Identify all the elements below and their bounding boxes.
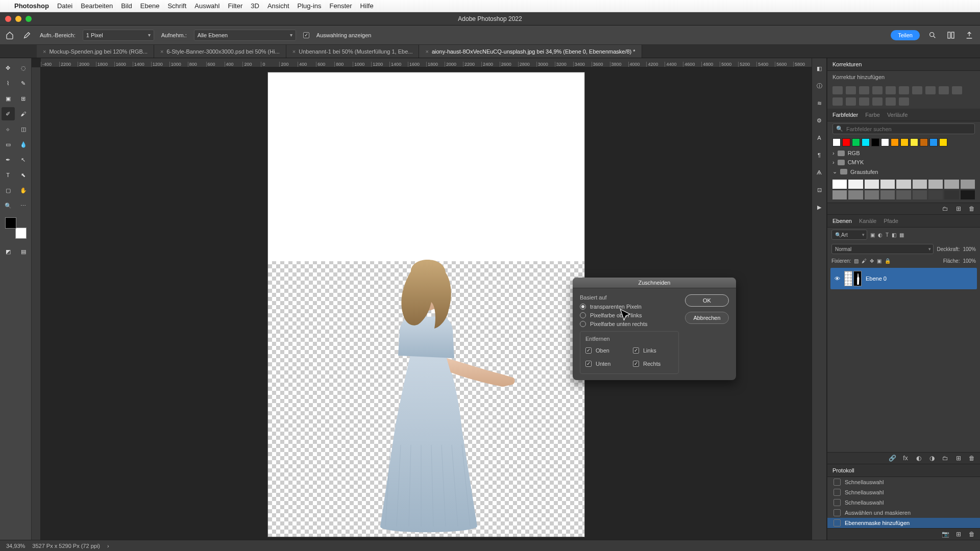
swatch[interactable]: [880, 190, 895, 199]
history-item-current[interactable]: Ebenenmaske hinzufügen: [827, 518, 980, 528]
close-tab-icon[interactable]: ×: [160, 48, 163, 55]
lock-paint-icon[interactable]: 🖌: [862, 258, 867, 264]
checkbox-top[interactable]: [585, 347, 592, 354]
share-button[interactable]: Teilen: [891, 30, 920, 40]
radio-topleft-pixel[interactable]: [580, 312, 586, 318]
info-icon[interactable]: ⓘ: [814, 81, 824, 91]
menu-edit[interactable]: Bearbeiten: [81, 2, 113, 10]
adj-threshold-icon[interactable]: [859, 97, 869, 106]
foreground-background-swatch[interactable]: [5, 217, 27, 239]
swatch[interactable]: [832, 190, 847, 199]
filter-smart-icon[interactable]: ▦: [899, 232, 904, 238]
swatch[interactable]: [842, 138, 850, 146]
checkbox-bottom[interactable]: [585, 361, 592, 367]
lock-position-icon[interactable]: ✥: [870, 258, 874, 264]
move-tool-icon[interactable]: ✥: [2, 61, 15, 74]
play-icon[interactable]: ▶: [814, 202, 824, 212]
sample-area-select[interactable]: 1 Pixel: [83, 30, 154, 41]
sample-from-select[interactable]: Alle Ebenen: [194, 30, 296, 41]
glyphs-icon[interactable]: Ѧ: [814, 167, 824, 178]
layer-name[interactable]: Ebene 0: [866, 276, 887, 282]
swatch[interactable]: [896, 190, 911, 199]
swatch[interactable]: [881, 138, 889, 146]
swatch[interactable]: [891, 138, 899, 146]
menu-help[interactable]: Hilfe: [360, 2, 374, 10]
fx-icon[interactable]: fx: [901, 455, 910, 462]
marquee-tool-icon[interactable]: ◌: [17, 61, 30, 74]
swatch-search[interactable]: 🔍: [832, 123, 975, 134]
swatch[interactable]: [832, 180, 847, 189]
current-tool-icon[interactable]: [21, 30, 33, 41]
close-tab-icon[interactable]: ×: [43, 48, 46, 55]
delete-layer-icon[interactable]: 🗑: [968, 455, 976, 462]
adj-more-icon[interactable]: [899, 97, 909, 106]
adj-channel-mixer-icon[interactable]: [939, 86, 949, 94]
swatch[interactable]: [880, 180, 895, 189]
doc-tab[interactable]: ×Mockup-Spenden.jpg bei 120% (RGB...: [37, 45, 154, 58]
panel-tab-channels[interactable]: Kanäle: [859, 218, 876, 224]
ok-button[interactable]: OK: [685, 294, 729, 307]
swatch[interactable]: [920, 138, 928, 146]
swatch[interactable]: [913, 180, 927, 189]
blur-tool-icon[interactable]: 💧: [17, 138, 30, 151]
menu-layer[interactable]: Ebene: [140, 2, 160, 10]
radio-bottomright-pixel[interactable]: [580, 321, 586, 327]
history-item[interactable]: Schnellauswahl: [827, 477, 980, 487]
path-select-tool-icon[interactable]: ↖: [17, 153, 30, 166]
swatch[interactable]: [896, 180, 911, 189]
eyedropper-tool-icon[interactable]: ✐: [2, 107, 15, 120]
group-icon[interactable]: 🗀: [941, 455, 949, 462]
visibility-eye-icon[interactable]: 👁: [835, 276, 840, 282]
lasso-tool-icon[interactable]: ⌇: [2, 77, 15, 90]
trash-icon[interactable]: 🗑: [968, 205, 976, 212]
swatch[interactable]: [865, 190, 879, 199]
chevron-right-icon[interactable]: ›: [107, 543, 109, 549]
swatch[interactable]: [848, 180, 863, 189]
history-item[interactable]: Schnellauswahl: [827, 497, 980, 508]
link-layers-icon[interactable]: 🔗: [888, 455, 896, 462]
quick-select-tool-icon[interactable]: ✎: [17, 77, 30, 90]
menu-window[interactable]: Fenster: [330, 2, 352, 10]
more-tools-icon[interactable]: ⋯: [17, 199, 30, 212]
canvas-area[interactable]: -400220020001800160014001200100080060040…: [32, 58, 812, 540]
zoom-level[interactable]: 34,93%: [6, 543, 25, 549]
gradient-tool-icon[interactable]: ▭: [2, 138, 15, 151]
eraser-tool-icon[interactable]: ◫: [17, 122, 30, 136]
swatch[interactable]: [928, 190, 943, 199]
panel-tab-gradients[interactable]: Verläufe: [887, 112, 908, 118]
history-item[interactable]: Auswählen und maskieren: [827, 508, 980, 518]
new-swatch-icon[interactable]: ⊞: [954, 205, 963, 212]
lock-artboard-icon[interactable]: ▣: [877, 258, 881, 264]
swatch[interactable]: [961, 180, 975, 189]
doc-dimensions[interactable]: 3527 Px x 5290 Px (72 ppi): [32, 543, 100, 549]
swatch[interactable]: [900, 138, 909, 146]
panel-tab-adjustments[interactable]: Korrekturen: [832, 61, 862, 67]
doc-tab-active[interactable]: ×aiony-haust-8OxVecNEuCQ-unsplash.jpg be…: [419, 45, 642, 58]
swatch[interactable]: [939, 138, 947, 146]
adj-posterize-icon[interactable]: [846, 97, 856, 106]
menu-3d[interactable]: 3D: [251, 2, 259, 10]
swatch[interactable]: [929, 138, 938, 146]
filter-type-icon[interactable]: T: [886, 232, 889, 238]
panel-tab-history[interactable]: Protokoll: [832, 467, 854, 473]
brushes-icon[interactable]: ⊡: [814, 185, 824, 195]
search-icon[interactable]: [927, 30, 938, 41]
opacity-value[interactable]: 100%: [963, 246, 976, 252]
properties-icon[interactable]: ≋: [814, 98, 824, 108]
swatch[interactable]: [865, 180, 879, 189]
new-folder-icon[interactable]: 🗀: [941, 205, 949, 212]
adj-curves-icon[interactable]: [859, 86, 869, 94]
adjustment-layer-icon[interactable]: ◑: [928, 455, 936, 462]
adj-bw-icon[interactable]: [912, 86, 922, 94]
mask-icon[interactable]: ◐: [915, 455, 923, 462]
workspace-icon[interactable]: [945, 30, 957, 41]
character-icon[interactable]: A: [814, 133, 824, 143]
swatch-folder-open[interactable]: ⌄Graustufen: [827, 167, 980, 177]
swatch[interactable]: [848, 190, 863, 199]
checkbox-right[interactable]: [633, 361, 639, 367]
adj-levels-icon[interactable]: [846, 86, 856, 94]
swatch[interactable]: [862, 138, 870, 146]
lock-transparent-icon[interactable]: ▨: [854, 258, 859, 264]
adj-vibrance-icon[interactable]: [886, 86, 896, 94]
type-tool-icon[interactable]: T: [2, 168, 15, 182]
